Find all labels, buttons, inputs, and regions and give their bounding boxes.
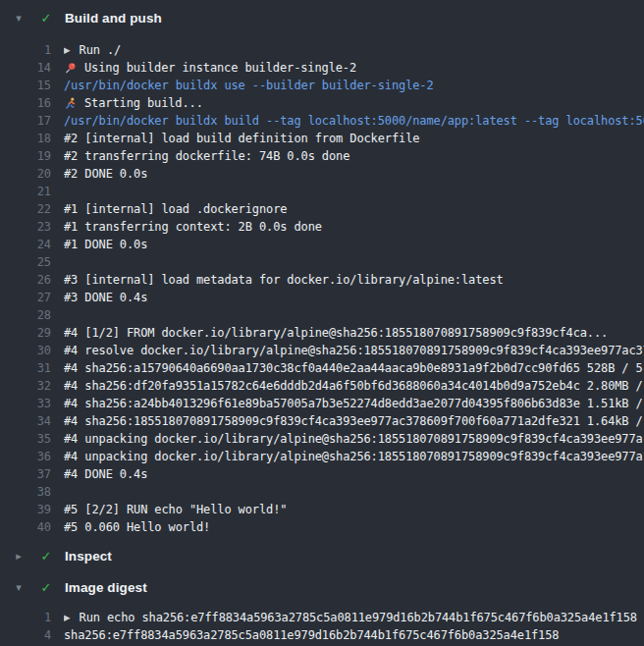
line-number[interactable]: 30 — [0, 344, 51, 357]
log-line: 22#1 [internal] load .dockerignore — [0, 200, 644, 218]
log-text-cell: #4 sha256:185518070891758909c9f839cf4ca3… — [64, 414, 644, 428]
log-text-cell: #2 transferring dockerfile: 74B 0.0s don… — [64, 149, 644, 163]
line-number[interactable]: 32 — [0, 379, 51, 393]
section-inspect: ▸ ✓ Inspect — [0, 540, 644, 571]
log-text: #4 unpacking docker.io/library/alpine@sh… — [64, 450, 643, 463]
line-number[interactable]: 15 — [0, 79, 51, 92]
run-toggle-icon[interactable]: ▶ — [64, 614, 71, 622]
log-text: #3 DONE 0.4s — [64, 291, 147, 304]
line-number[interactable]: 25 — [0, 255, 51, 269]
log-line: 19#2 transferring dockerfile: 74B 0.0s d… — [0, 147, 644, 165]
log-text: #1 DONE 0.0s — [64, 238, 147, 251]
log-line: 25 — [0, 253, 644, 271]
log-text: #2 transferring dockerfile: 74B 0.0s don… — [64, 149, 349, 163]
chevron-down-icon[interactable]: ▾ — [10, 13, 27, 24]
log-text: #1 [internal] load .dockerignore — [64, 202, 287, 216]
line-number[interactable]: 39 — [0, 503, 51, 516]
log-line: 30#4 resolve docker.io/library/alpine@sh… — [0, 342, 644, 359]
log-text: #4 sha256:185518070891758909c9f839cf4ca3… — [64, 414, 644, 428]
log-text: #5 [2/2] RUN echo "Hello world!" — [64, 503, 287, 516]
line-number[interactable]: 34 — [0, 414, 51, 428]
line-number[interactable]: 38 — [0, 485, 51, 499]
log-text-cell: #5 0.060 Hello world! — [64, 520, 644, 534]
chevron-down-icon[interactable]: ▾ — [10, 582, 27, 593]
section-title: Image digest — [65, 580, 147, 595]
line-number[interactable]: 24 — [0, 238, 51, 251]
run-toggle-icon[interactable]: ▶ — [64, 46, 71, 55]
line-number[interactable]: 36 — [0, 450, 51, 463]
line-number[interactable]: 28 — [0, 308, 51, 322]
log-line: 16Starting build... — [0, 94, 644, 112]
check-success-icon: ✓ — [36, 581, 56, 594]
log-text-cell: #4 sha256:df20fa9351a15782c64e6dddb2d4a6… — [64, 379, 644, 393]
line-number[interactable]: 35 — [0, 432, 51, 446]
pushpin-icon — [64, 62, 78, 75]
log-line: 37#4 DONE 0.4s — [0, 465, 644, 483]
log-lines-build-and-push: 1▶Run ./14Using builder instance builder… — [0, 35, 644, 540]
log-text-cell: #1 DONE 0.0s — [64, 238, 644, 251]
chevron-right-icon[interactable]: ▸ — [10, 551, 27, 562]
line-number[interactable]: 1 — [0, 611, 51, 624]
log-text-cell: #1 transferring context: 2B 0.0s done — [64, 220, 644, 234]
line-number[interactable]: 19 — [0, 149, 51, 163]
log-text-cell: #4 DONE 0.4s — [64, 467, 644, 481]
log-text-cell: /usr/bin/docker buildx use --builder bui… — [64, 79, 644, 92]
line-number[interactable]: 26 — [0, 273, 51, 287]
log-text-cell: sha256:e7ff8834a5963a2785c5a0811e979d16b… — [64, 628, 644, 642]
log-text-cell: #4 unpacking docker.io/library/alpine@sh… — [64, 432, 644, 446]
section-header-inspect[interactable]: ▸ ✓ Inspect — [0, 540, 644, 571]
log-line: 32#4 sha256:df20fa9351a15782c64e6dddb2d4… — [0, 377, 644, 395]
line-number[interactable]: 4 — [0, 628, 51, 642]
log-text-cell: Starting build... — [64, 96, 644, 110]
log-line: 18#2 [internal] load build definition fr… — [0, 130, 644, 147]
log-line: 39#5 [2/2] RUN echo "Hello world!" — [0, 501, 644, 518]
log-text-cell: #2 [internal] load build definition from… — [64, 132, 644, 145]
log-text-cell: #4 sha256:a15790640a6690aa1730c38cf0a440… — [64, 361, 644, 375]
runner-icon — [64, 97, 78, 110]
log-text: #2 DONE 0.0s — [64, 167, 147, 181]
log-text-cell: #4 [1/2] FROM docker.io/library/alpine@s… — [64, 326, 644, 340]
check-success-icon: ✓ — [36, 12, 56, 25]
log-text-cell: #2 DONE 0.0s — [64, 167, 644, 181]
line-number[interactable]: 29 — [0, 326, 51, 340]
line-number[interactable]: 27 — [0, 291, 51, 304]
log-text: #1 transferring context: 2B 0.0s done — [64, 220, 322, 234]
log-text: #2 [internal] load build definition from… — [64, 132, 419, 145]
log-line: 35#4 unpacking docker.io/library/alpine@… — [0, 430, 644, 448]
log-text-cell: #4 sha256:a24bb4013296f61e89ba57005a7b3e… — [64, 397, 644, 410]
line-number[interactable]: 17 — [0, 114, 51, 128]
line-number[interactable]: 16 — [0, 96, 51, 110]
line-number[interactable]: 14 — [0, 61, 51, 75]
log-text: #4 unpacking docker.io/library/alpine@sh… — [64, 432, 643, 446]
log-line: 1▶Run echo sha256:e7ff8834a5963a2785c5a0… — [0, 609, 644, 626]
log-line: 14Using builder instance builder-single-… — [0, 59, 644, 77]
section-header-image-digest[interactable]: ▾ ✓ Image digest — [0, 571, 644, 603]
line-number[interactable]: 21 — [0, 185, 51, 198]
log-text-cell: ▶Run echo sha256:e7ff8834a5963a2785c5a08… — [64, 611, 644, 624]
log-line: 28 — [0, 306, 644, 324]
log-text-cell: /usr/bin/docker buildx build --tag local… — [64, 114, 644, 128]
line-number[interactable]: 23 — [0, 220, 51, 234]
line-number[interactable]: 33 — [0, 397, 51, 410]
line-number[interactable]: 40 — [0, 520, 51, 534]
log-line: 21 — [0, 183, 644, 200]
line-number[interactable]: 37 — [0, 467, 51, 481]
section-header-build-and-push[interactable]: ▾ ✓ Build and push — [0, 0, 644, 35]
line-number[interactable]: 31 — [0, 361, 51, 375]
section-title: Inspect — [65, 549, 112, 564]
log-text: Run ./ — [80, 43, 122, 57]
log-text: /usr/bin/docker buildx build --tag local… — [64, 114, 644, 128]
log-line: 34#4 sha256:185518070891758909c9f839cf4c… — [0, 412, 644, 430]
line-number[interactable]: 1 — [0, 43, 51, 57]
log-text: #3 [internal] load metadata for docker.i… — [64, 273, 504, 287]
log-text-cell: #3 DONE 0.4s — [64, 291, 644, 304]
line-number[interactable]: 22 — [0, 202, 51, 216]
log-line: 26#3 [internal] load metadata for docker… — [0, 271, 644, 289]
line-number[interactable]: 20 — [0, 167, 51, 181]
log-line: 17/usr/bin/docker buildx build --tag loc… — [0, 112, 644, 130]
log-text: #4 sha256:a24bb4013296f61e89ba57005a7b3e… — [64, 397, 644, 410]
log-line: 29#4 [1/2] FROM docker.io/library/alpine… — [0, 324, 644, 342]
section-build-and-push: ▾ ✓ Build and push 1▶Run ./14Using build… — [0, 0, 644, 540]
log-text-cell: #4 resolve docker.io/library/alpine@sha2… — [64, 344, 644, 357]
line-number[interactable]: 18 — [0, 132, 51, 145]
